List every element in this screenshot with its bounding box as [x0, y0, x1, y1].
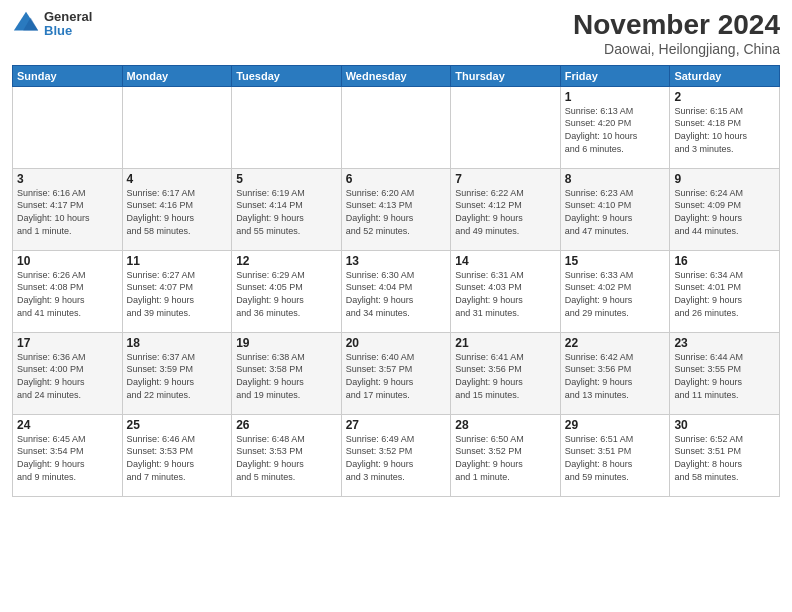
- day-number: 2: [674, 90, 775, 104]
- day-number: 13: [346, 254, 447, 268]
- calendar-cell: 29Sunrise: 6:51 AMSunset: 3:51 PMDayligh…: [560, 414, 670, 496]
- day-number: 4: [127, 172, 228, 186]
- day-number: 27: [346, 418, 447, 432]
- calendar-week-row: 17Sunrise: 6:36 AMSunset: 4:00 PMDayligh…: [13, 332, 780, 414]
- day-number: 12: [236, 254, 337, 268]
- day-info: Sunrise: 6:45 AMSunset: 3:54 PMDaylight:…: [17, 433, 118, 483]
- day-info: Sunrise: 6:29 AMSunset: 4:05 PMDaylight:…: [236, 269, 337, 319]
- day-number: 16: [674, 254, 775, 268]
- day-info: Sunrise: 6:17 AMSunset: 4:16 PMDaylight:…: [127, 187, 228, 237]
- day-info: Sunrise: 6:23 AMSunset: 4:10 PMDaylight:…: [565, 187, 666, 237]
- day-number: 9: [674, 172, 775, 186]
- day-info: Sunrise: 6:22 AMSunset: 4:12 PMDaylight:…: [455, 187, 556, 237]
- day-number: 22: [565, 336, 666, 350]
- day-info: Sunrise: 6:19 AMSunset: 4:14 PMDaylight:…: [236, 187, 337, 237]
- day-number: 23: [674, 336, 775, 350]
- calendar-cell: 26Sunrise: 6:48 AMSunset: 3:53 PMDayligh…: [232, 414, 342, 496]
- calendar-week-row: 10Sunrise: 6:26 AMSunset: 4:08 PMDayligh…: [13, 250, 780, 332]
- day-info: Sunrise: 6:50 AMSunset: 3:52 PMDaylight:…: [455, 433, 556, 483]
- calendar-week-row: 3Sunrise: 6:16 AMSunset: 4:17 PMDaylight…: [13, 168, 780, 250]
- calendar-cell: 15Sunrise: 6:33 AMSunset: 4:02 PMDayligh…: [560, 250, 670, 332]
- day-number: 3: [17, 172, 118, 186]
- logo-text: General Blue: [44, 10, 92, 39]
- title-block: November 2024 Daowai, Heilongjiang, Chin…: [573, 10, 780, 57]
- day-info: Sunrise: 6:36 AMSunset: 4:00 PMDaylight:…: [17, 351, 118, 401]
- day-info: Sunrise: 6:37 AMSunset: 3:59 PMDaylight:…: [127, 351, 228, 401]
- day-info: Sunrise: 6:38 AMSunset: 3:58 PMDaylight:…: [236, 351, 337, 401]
- day-number: 18: [127, 336, 228, 350]
- calendar-cell: 11Sunrise: 6:27 AMSunset: 4:07 PMDayligh…: [122, 250, 232, 332]
- calendar-cell: 6Sunrise: 6:20 AMSunset: 4:13 PMDaylight…: [341, 168, 451, 250]
- calendar-cell: 21Sunrise: 6:41 AMSunset: 3:56 PMDayligh…: [451, 332, 561, 414]
- calendar-cell: 27Sunrise: 6:49 AMSunset: 3:52 PMDayligh…: [341, 414, 451, 496]
- weekday-header: Wednesday: [341, 65, 451, 86]
- day-info: Sunrise: 6:40 AMSunset: 3:57 PMDaylight:…: [346, 351, 447, 401]
- day-info: Sunrise: 6:27 AMSunset: 4:07 PMDaylight:…: [127, 269, 228, 319]
- day-number: 11: [127, 254, 228, 268]
- day-number: 30: [674, 418, 775, 432]
- day-number: 15: [565, 254, 666, 268]
- calendar-cell: 5Sunrise: 6:19 AMSunset: 4:14 PMDaylight…: [232, 168, 342, 250]
- calendar-cell: 9Sunrise: 6:24 AMSunset: 4:09 PMDaylight…: [670, 168, 780, 250]
- calendar-week-row: 1Sunrise: 6:13 AMSunset: 4:20 PMDaylight…: [13, 86, 780, 168]
- calendar-table: SundayMondayTuesdayWednesdayThursdayFrid…: [12, 65, 780, 497]
- weekday-header: Saturday: [670, 65, 780, 86]
- calendar-cell: 30Sunrise: 6:52 AMSunset: 3:51 PMDayligh…: [670, 414, 780, 496]
- calendar-cell: 1Sunrise: 6:13 AMSunset: 4:20 PMDaylight…: [560, 86, 670, 168]
- calendar-cell: 12Sunrise: 6:29 AMSunset: 4:05 PMDayligh…: [232, 250, 342, 332]
- calendar-cell: 16Sunrise: 6:34 AMSunset: 4:01 PMDayligh…: [670, 250, 780, 332]
- weekday-header-row: SundayMondayTuesdayWednesdayThursdayFrid…: [13, 65, 780, 86]
- day-number: 26: [236, 418, 337, 432]
- weekday-header: Monday: [122, 65, 232, 86]
- day-info: Sunrise: 6:52 AMSunset: 3:51 PMDaylight:…: [674, 433, 775, 483]
- day-info: Sunrise: 6:15 AMSunset: 4:18 PMDaylight:…: [674, 105, 775, 155]
- day-number: 19: [236, 336, 337, 350]
- day-number: 17: [17, 336, 118, 350]
- day-number: 14: [455, 254, 556, 268]
- day-number: 6: [346, 172, 447, 186]
- calendar-cell: 19Sunrise: 6:38 AMSunset: 3:58 PMDayligh…: [232, 332, 342, 414]
- day-number: 5: [236, 172, 337, 186]
- day-number: 7: [455, 172, 556, 186]
- logo-general: General: [44, 10, 92, 24]
- day-number: 20: [346, 336, 447, 350]
- day-info: Sunrise: 6:41 AMSunset: 3:56 PMDaylight:…: [455, 351, 556, 401]
- calendar-cell: [341, 86, 451, 168]
- logo-blue: Blue: [44, 24, 92, 38]
- day-info: Sunrise: 6:44 AMSunset: 3:55 PMDaylight:…: [674, 351, 775, 401]
- calendar-cell: 4Sunrise: 6:17 AMSunset: 4:16 PMDaylight…: [122, 168, 232, 250]
- calendar-week-row: 24Sunrise: 6:45 AMSunset: 3:54 PMDayligh…: [13, 414, 780, 496]
- calendar-cell: 18Sunrise: 6:37 AMSunset: 3:59 PMDayligh…: [122, 332, 232, 414]
- month-title: November 2024: [573, 10, 780, 41]
- day-number: 29: [565, 418, 666, 432]
- day-info: Sunrise: 6:16 AMSunset: 4:17 PMDaylight:…: [17, 187, 118, 237]
- day-number: 24: [17, 418, 118, 432]
- calendar-cell: 3Sunrise: 6:16 AMSunset: 4:17 PMDaylight…: [13, 168, 123, 250]
- calendar-cell: 20Sunrise: 6:40 AMSunset: 3:57 PMDayligh…: [341, 332, 451, 414]
- day-number: 1: [565, 90, 666, 104]
- day-info: Sunrise: 6:48 AMSunset: 3:53 PMDaylight:…: [236, 433, 337, 483]
- day-info: Sunrise: 6:42 AMSunset: 3:56 PMDaylight:…: [565, 351, 666, 401]
- calendar-cell: [451, 86, 561, 168]
- logo: General Blue: [12, 10, 92, 39]
- calendar-cell: 25Sunrise: 6:46 AMSunset: 3:53 PMDayligh…: [122, 414, 232, 496]
- calendar-cell: 28Sunrise: 6:50 AMSunset: 3:52 PMDayligh…: [451, 414, 561, 496]
- page: General Blue November 2024 Daowai, Heilo…: [0, 0, 792, 612]
- day-info: Sunrise: 6:33 AMSunset: 4:02 PMDaylight:…: [565, 269, 666, 319]
- day-info: Sunrise: 6:34 AMSunset: 4:01 PMDaylight:…: [674, 269, 775, 319]
- calendar-cell: 2Sunrise: 6:15 AMSunset: 4:18 PMDaylight…: [670, 86, 780, 168]
- calendar-cell: 22Sunrise: 6:42 AMSunset: 3:56 PMDayligh…: [560, 332, 670, 414]
- day-number: 28: [455, 418, 556, 432]
- calendar-cell: 10Sunrise: 6:26 AMSunset: 4:08 PMDayligh…: [13, 250, 123, 332]
- calendar-cell: 7Sunrise: 6:22 AMSunset: 4:12 PMDaylight…: [451, 168, 561, 250]
- weekday-header: Friday: [560, 65, 670, 86]
- day-info: Sunrise: 6:24 AMSunset: 4:09 PMDaylight:…: [674, 187, 775, 237]
- calendar-cell: 17Sunrise: 6:36 AMSunset: 4:00 PMDayligh…: [13, 332, 123, 414]
- calendar-cell: [122, 86, 232, 168]
- weekday-header: Tuesday: [232, 65, 342, 86]
- day-info: Sunrise: 6:20 AMSunset: 4:13 PMDaylight:…: [346, 187, 447, 237]
- day-number: 21: [455, 336, 556, 350]
- day-info: Sunrise: 6:31 AMSunset: 4:03 PMDaylight:…: [455, 269, 556, 319]
- calendar-cell: 8Sunrise: 6:23 AMSunset: 4:10 PMDaylight…: [560, 168, 670, 250]
- day-info: Sunrise: 6:49 AMSunset: 3:52 PMDaylight:…: [346, 433, 447, 483]
